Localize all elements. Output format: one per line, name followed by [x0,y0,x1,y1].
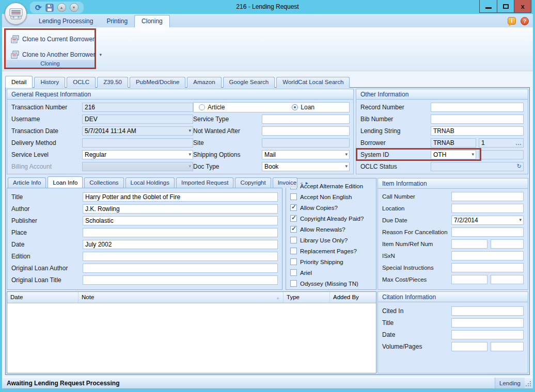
checkbox-box[interactable]: ✓ [290,215,297,222]
radio-loan[interactable]: Loan [292,104,314,111]
subtab-imported-request[interactable]: Imported Request [176,177,233,188]
loan-author-field[interactable]: J.K. Rowling [83,204,278,214]
service-type-field[interactable] [262,115,350,124]
original-loan-author-field[interactable] [83,264,278,273]
checkbox-box[interactable]: ✓ [290,237,297,243]
not-wanted-after-field[interactable] [262,126,350,136]
max-cost-field[interactable] [451,275,487,284]
tab-history[interactable]: History [34,77,65,88]
pieces-field[interactable] [491,275,524,284]
radio-loan-circle[interactable] [292,104,298,110]
subtab-scroll-right-icon[interactable]: ▸ [306,180,308,186]
call-number-field[interactable] [451,192,524,201]
column-header-type[interactable]: Type [284,292,330,303]
loan-place-field[interactable] [83,228,278,237]
dropdown-arrow-icon[interactable]: ▾ [471,152,474,157]
pages-field[interactable] [491,342,524,351]
due-date-dropdown[interactable]: 7/2/2014▾ [451,216,524,225]
checkbox-copyright-already-paid[interactable]: ✓ Copyright Already Paid? [290,215,376,222]
column-header-date[interactable]: Date [7,292,78,303]
checkbox-allow-renewals[interactable]: ✓ Allow Renewals? [290,225,376,233]
radio-article[interactable]: Article [199,104,225,111]
subtab-collections[interactable]: Collections [84,177,123,188]
original-loan-title-field[interactable] [83,275,278,285]
tab-worldcat-local-search[interactable]: WorldCat Local Search [276,77,350,88]
checkbox-replacement-pages[interactable]: ✓ Replacement Pages? [290,247,376,255]
subtab-scroll-left-icon[interactable]: ◂ [300,180,303,186]
clone-to-another-borrower-button[interactable]: Clone to Another Borrower ▾ [9,50,104,60]
dropdown-arrow-icon[interactable]: ▾ [345,152,348,157]
subtab-local-holdings[interactable]: Local Holdings [125,177,175,188]
lending-string-field[interactable]: TRNAB [431,126,524,136]
save-button[interactable] [45,4,54,12]
tab-z3950[interactable]: Z39.50 [97,77,128,88]
notes-table-body[interactable] [7,303,376,373]
tab-google-search[interactable]: Google Search [223,77,275,88]
app-menu-button[interactable] [5,3,27,25]
minimize-button[interactable] [480,0,497,12]
tab-oclc[interactable]: OCLC [67,77,96,88]
isxn-field[interactable] [451,251,524,260]
close-button[interactable]: x [514,0,531,12]
checkbox-allow-copies[interactable]: ✓ Allow Copies? [290,204,376,211]
radio-article-circle[interactable] [199,104,205,110]
checkbox-ariel[interactable]: ✓ Ariel [290,269,376,276]
tab-detail[interactable]: Detail [5,76,33,88]
redo-down-button[interactable]: ▼ [70,3,78,12]
citation-date-field[interactable] [451,330,524,339]
loan-title-field[interactable]: Harry Potter and the Goblet of Fire [83,192,278,202]
volume-field[interactable] [451,342,487,351]
system-id-dropdown[interactable]: OTH▾ [431,150,476,159]
tab-pubmed-docline[interactable]: PubMed/Docline [130,77,185,88]
ribbon-tab-lending-processing[interactable]: Lending Processing [32,15,100,27]
checkbox-box[interactable]: ✓ [290,248,297,254]
cited-in-field[interactable] [451,306,524,316]
undo-up-button[interactable]: ▲ [57,3,66,12]
refresh-button[interactable]: ⟳ [35,4,42,11]
special-instructions-field[interactable] [451,263,524,272]
checkbox-box[interactable]: ✓ [290,226,297,233]
transaction-date-field[interactable]: 5/7/2014 11:14 AM▾ [82,126,193,136]
checkbox-box[interactable]: ✓ [290,269,297,276]
dropdown-arrow-icon[interactable]: ▾ [345,164,348,169]
checkbox-box[interactable]: ✓ [290,258,297,265]
item-num-field[interactable] [451,239,487,249]
help-icon[interactable]: ? [521,17,529,25]
dropdown-arrow-icon[interactable]: ▾ [188,128,191,133]
tab-amazon[interactable]: Amazon [187,77,221,88]
checkbox-accept-non-english[interactable]: ✓ Accept Non English [290,193,376,201]
bib-number-field[interactable] [431,115,524,124]
checkbox-odyssey-missing-tn[interactable]: ✓ Odyssey (Missing TN) [290,280,376,287]
subtab-article-info[interactable]: Article Info [8,177,46,188]
checkbox-library-use-only[interactable]: ✓ Library Use Only? [290,236,376,244]
ribbon-tab-printing[interactable]: Printing [100,15,134,27]
service-level-dropdown[interactable]: Regular▾ [82,150,193,159]
reason-for-cancellation-field[interactable] [451,227,524,237]
loan-edition-field[interactable] [83,252,278,261]
checkbox-priority-shipping[interactable]: ✓ Priority Shipping [290,258,376,266]
maximize-button[interactable] [497,0,514,12]
shipping-options-dropdown[interactable]: Mail▾ [262,150,350,159]
ref-num-field[interactable] [491,239,524,249]
checkbox-box[interactable]: ✓ [290,193,297,200]
checkbox-box[interactable]: ✓ [290,280,297,287]
citation-title-field[interactable] [451,318,524,328]
resize-grip[interactable] [525,378,533,388]
column-header-note[interactable]: Note▲ [78,292,284,303]
loan-date-field[interactable]: July 2002 [83,240,278,249]
ribbon-tab-cloning[interactable]: Cloning [134,15,170,27]
record-number-field[interactable] [431,103,524,112]
loan-publisher-field[interactable]: Scholastic [83,216,278,225]
dropdown-arrow-icon[interactable]: ▾ [519,217,522,222]
location-field[interactable] [451,204,524,213]
borrower-lookup-button[interactable]: … [515,139,522,147]
subtab-loan-info[interactable]: Loan Info [48,176,83,188]
oclc-status-refresh-icon[interactable]: ↻ [517,163,522,170]
checkbox-box[interactable]: ✓ [290,204,297,211]
doc-type-dropdown[interactable]: Book▾ [262,162,350,171]
subtab-invoice[interactable]: Invoice [273,177,297,188]
column-header-added-by[interactable]: Added By [330,292,376,303]
dropdown-arrow-icon[interactable]: ▾ [188,152,191,157]
about-info-icon[interactable]: i [508,17,516,25]
subtab-copyright[interactable]: Copyright [235,177,271,188]
